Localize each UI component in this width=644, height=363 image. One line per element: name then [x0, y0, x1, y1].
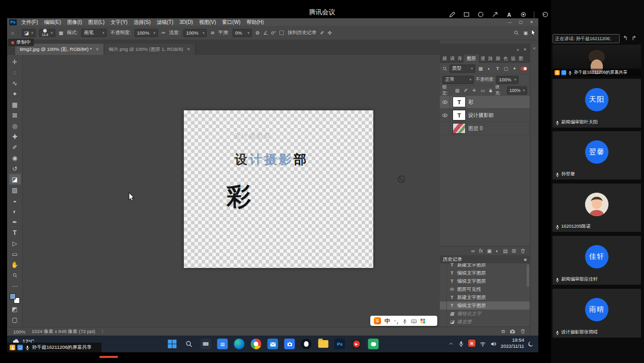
- participant-tile[interactable]: 佳轩 新闻编审部应佳轩: [553, 236, 641, 285]
- new-doc-from-state-icon[interactable]: ⧉: [501, 328, 505, 335]
- tool-frame[interactable]: ⊠: [9, 110, 21, 120]
- smoothing-gear-icon[interactable]: ⚙: [255, 30, 260, 36]
- panel-close-icon[interactable]: ✕: [523, 47, 527, 52]
- angle-value[interactable]: 0°: [271, 30, 276, 36]
- menu-item-type[interactable]: 文字(Y): [108, 19, 131, 26]
- tool-shape[interactable]: ▭: [9, 249, 21, 259]
- panel-tab-paths[interactable]: 路: [487, 54, 494, 63]
- blend-mode-dropdown[interactable]: 正常▾: [442, 76, 474, 84]
- panel-menu-icon[interactable]: ≡: [524, 257, 527, 262]
- pen-tool-icon[interactable]: [448, 11, 456, 18]
- history-entry-undone[interactable]: ◪橡皮擦: [440, 318, 530, 326]
- tool-brush[interactable]: ✐: [9, 142, 21, 153]
- layer-group-icon[interactable]: ▤: [503, 248, 507, 254]
- taskbar-store-icon[interactable]: ▤: [216, 338, 229, 350]
- history-entry-undone[interactable]: ▦栅格化文字: [440, 310, 530, 318]
- tool-move[interactable]: ✛: [9, 56, 21, 67]
- tab-close-icon[interactable]: ✕: [95, 47, 100, 52]
- text-tool-icon[interactable]: A: [505, 11, 513, 18]
- ime-mic-icon[interactable]: [402, 316, 407, 325]
- image-layer-thumbnail[interactable]: [453, 124, 465, 133]
- panel-tab-ban[interactable]: 版: [509, 54, 517, 63]
- filter-search-icon[interactable]: [442, 66, 447, 71]
- history-source-checkbox[interactable]: [440, 285, 447, 293]
- tool-zoom[interactable]: [9, 270, 21, 281]
- undo-icon[interactable]: [541, 11, 549, 18]
- menu-item-3d[interactable]: 3D(D): [176, 19, 196, 25]
- menu-item-file[interactable]: 文件(F): [18, 19, 41, 26]
- tray-wifi-icon[interactable]: [479, 339, 486, 348]
- start-button[interactable]: [166, 338, 179, 350]
- filter-shape-icon[interactable]: ▢: [503, 66, 509, 71]
- layer-style-icon[interactable]: fx: [479, 248, 483, 254]
- history-entry-current[interactable]: T编辑文字图层: [440, 301, 530, 310]
- link-layers-icon[interactable]: ∞: [471, 248, 475, 254]
- tool-healing-brush[interactable]: ✚: [9, 131, 21, 142]
- tool-quick-select[interactable]: ✦: [9, 88, 21, 99]
- text-layer-thumbnail[interactable]: T: [453, 110, 465, 120]
- taskbar-explorer-icon[interactable]: [317, 338, 330, 350]
- history-source-checkbox[interactable]: [440, 263, 447, 269]
- history-source-checkbox[interactable]: [440, 293, 447, 301]
- delete-layer-icon[interactable]: [520, 248, 526, 254]
- panel-opacity-dropdown[interactable]: 100%▾: [496, 76, 519, 84]
- history-source-checkbox[interactable]: [440, 301, 447, 310]
- menu-item-edit[interactable]: 编辑(E): [41, 19, 64, 26]
- close-window-icon[interactable]: ✕: [530, 20, 533, 24]
- ime-toolbox-icon[interactable]: [421, 319, 425, 323]
- layer-row-title[interactable]: T 设计摄影部: [440, 109, 530, 122]
- flow-dropdown[interactable]: 100%▾: [183, 29, 207, 37]
- panel-tab-layers[interactable]: 图层: [464, 54, 479, 63]
- taskbar-search-icon[interactable]: [183, 338, 196, 350]
- layer-row-layer0[interactable]: 图层 0: [440, 122, 530, 135]
- maximize-icon[interactable]: ▢: [519, 20, 523, 24]
- history-source-checkbox[interactable]: [440, 318, 447, 326]
- taskbar-clock[interactable]: 19:54 2022/11/11: [501, 337, 524, 350]
- tool-preset-dropdown[interactable]: ◪▾: [22, 29, 36, 37]
- tool-blur[interactable]: ◒: [9, 195, 21, 206]
- taskbar-edge-icon[interactable]: [233, 338, 246, 350]
- brush-size-picker[interactable]: 114 ▾: [39, 29, 55, 37]
- menu-item-layer[interactable]: 图层(L): [85, 19, 108, 26]
- participant-tile-presenter[interactable]: 孙千超16211206的屏幕共享: [553, 45, 641, 76]
- panel-tab-channels[interactable]: 通: [479, 54, 487, 63]
- history-entry[interactable]: T新建文字图层: [440, 293, 530, 301]
- tool-eyedropper[interactable]: ◎: [9, 120, 21, 131]
- lock-artboard-icon[interactable]: ▭: [479, 88, 486, 93]
- tab-close-icon[interactable]: ✕: [187, 47, 191, 52]
- mode-dropdown[interactable]: 画笔▾: [81, 29, 107, 37]
- tool-hand[interactable]: ✋: [9, 259, 21, 270]
- ime-punctuation-icon[interactable]: ·,: [394, 316, 399, 325]
- foreground-color-swatch[interactable]: [10, 293, 16, 299]
- menu-item-window[interactable]: 窗口(W): [219, 19, 243, 26]
- new-layer-icon[interactable]: ⊞: [512, 248, 516, 254]
- smoothing-dropdown[interactable]: 0%▾: [233, 29, 252, 37]
- zoom-level[interactable]: 100%: [13, 329, 25, 335]
- taskbar-mail-icon[interactable]: [267, 338, 279, 350]
- delete-state-icon[interactable]: [520, 328, 526, 335]
- taskbar-player-icon[interactable]: ▶: [350, 338, 363, 350]
- tool-more-icon[interactable]: ⋯: [9, 281, 21, 291]
- panel-tab-library[interactable]: 库: [456, 54, 464, 63]
- filter-switch-icon[interactable]: [521, 67, 527, 71]
- layer-visibility-toggle[interactable]: [440, 96, 450, 108]
- fill-dropdown[interactable]: 100%▾: [507, 86, 527, 95]
- history-source-checkbox[interactable]: [440, 277, 447, 285]
- ime-language-indicator[interactable]: 中: [384, 317, 390, 325]
- panel-tab-adjust[interactable]: 调: [448, 54, 456, 63]
- history-source-checkbox[interactable]: [440, 310, 447, 318]
- history-scrollbar[interactable]: [527, 264, 529, 287]
- tool-type[interactable]: T: [9, 227, 21, 238]
- home-icon[interactable]: ⌂: [11, 30, 14, 36]
- document-tab-tongpian[interactable]: 铜片.png @ 100% (图层 1, RGB/8) ✕: [104, 44, 196, 55]
- tool-dodge[interactable]: ◐: [9, 206, 21, 217]
- layer-name[interactable]: 彩: [468, 99, 473, 106]
- history-entry[interactable]: 图层可见性: [440, 285, 530, 293]
- taskbar-qq-icon[interactable]: [300, 338, 313, 350]
- menu-item-select[interactable]: 选择(S): [131, 19, 153, 26]
- tray-mic-icon[interactable]: [458, 339, 464, 348]
- filter-pixel-icon[interactable]: ▦: [477, 66, 484, 71]
- search-icon[interactable]: [513, 30, 519, 36]
- tray-volume-icon[interactable]: [490, 339, 497, 348]
- filter-type-dropdown[interactable]: 类型▾: [449, 65, 475, 73]
